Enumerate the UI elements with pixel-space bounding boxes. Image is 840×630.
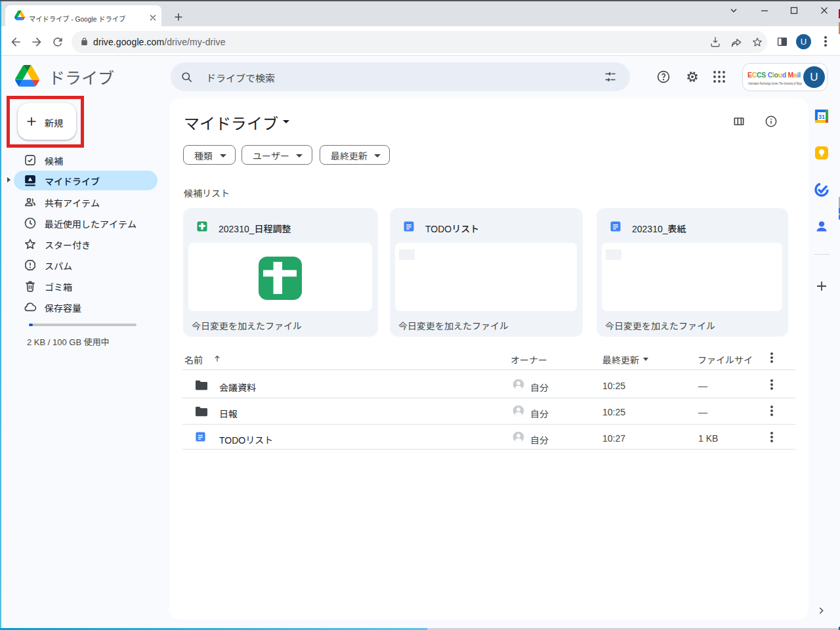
svg-text:31: 31 <box>818 114 825 120</box>
